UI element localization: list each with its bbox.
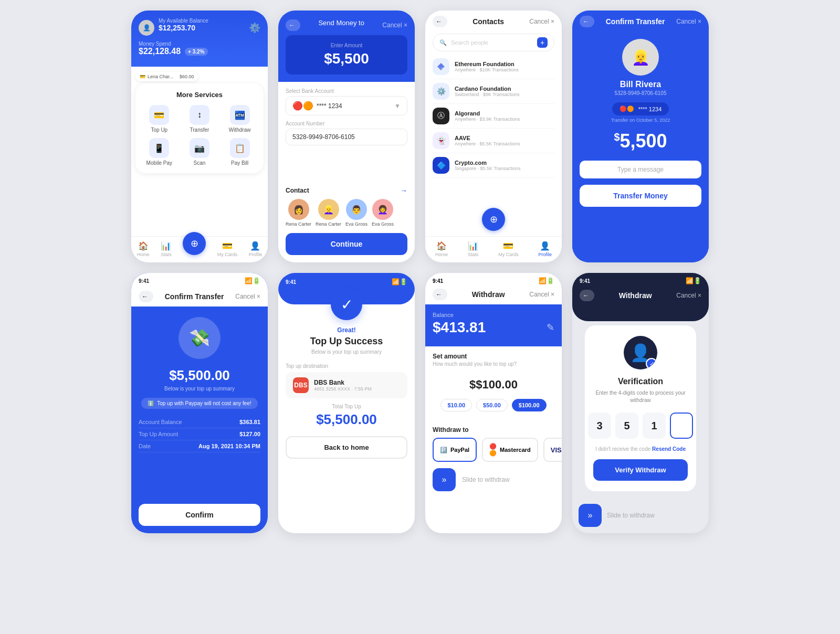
transfer-money-button[interactable]: Transfer Money [580,185,701,207]
status-time: 9:41 [580,278,590,284]
slide-withdraw-button[interactable]: » [433,468,456,491]
contact-arrow[interactable]: → [400,186,407,195]
nav-home[interactable]: 🏠Home [435,241,448,257]
code-digit-4[interactable]: | [670,413,693,439]
contact-aave[interactable]: 👻 AAVE Anywhere · $5.5K Transactions [433,129,554,153]
cancel-button[interactable]: Cancel × [529,291,554,298]
amount-presets: $10.00 $50.00 $100.00 [433,399,554,411]
confirm2-title: Confirm Transfer [165,292,224,301]
account-label: Account Number [286,121,407,126]
service-paybill[interactable]: 📋 Pay Bill [222,138,257,166]
nav-scan-center[interactable]: ⊕ [183,244,206,255]
cancel-button[interactable]: Cancel × [676,292,701,299]
preset-10[interactable]: $10.00 [440,399,472,411]
contact-algorand[interactable]: Ⓐ Algorand Anywhere · $3.9K Transactions [433,104,554,129]
edit-icon[interactable]: ✎ [547,322,554,333]
paybill-icon: 📋 [230,138,250,158]
service-topup[interactable]: 💳 Top Up [142,105,177,133]
code-digit-2[interactable]: 5 [615,413,638,439]
continue-button[interactable]: Continue [286,233,407,255]
visa-option[interactable]: VISA [543,438,562,462]
account-number-field: 5328-9949-8706-6105 [286,129,407,145]
nav-mycards[interactable]: 💳My Cards [498,241,519,257]
back-button[interactable]: ← [433,16,447,27]
cancel-button[interactable]: Cancel × [529,18,554,25]
enter-amount-label: Enter Amount [293,43,400,48]
dest-label: Top up destination [286,363,328,369]
mastercard-option[interactable]: 🔴🟠 Mastercard [482,438,538,462]
service-withdraw[interactable]: 🏧 Withdraw [222,105,257,133]
contact-2[interactable]: 👱‍♀️ Rena Carter [316,199,341,227]
paypal-option[interactable]: 🅿️ PayPal [433,438,477,462]
contacts-header: ← Contacts Cancel × [425,10,562,30]
contact-ethereum[interactable]: Ethereum Foundation Anywhere · $10K Tran… [433,55,554,79]
back-button[interactable]: ← [580,290,594,301]
recipient-avatar: 👱‍♀️ [622,39,659,76]
crypto-icon: 🔷 [433,157,449,174]
nav-profile[interactable]: 👤Profile [249,241,262,257]
home-icon: 🏠 [436,241,447,251]
service-transfer[interactable]: ↕️ Transfer [182,105,217,133]
service-mobilepay[interactable]: 📱 Mobile Pay [142,138,177,166]
service-scan[interactable]: 📷 Scan [182,138,217,166]
back-button[interactable]: ← [433,289,447,300]
more-services-title: More Services [142,91,257,99]
amount-display: Enter Amount $5,500 [286,35,407,75]
detail-account-balance: Account Balance $363.81 [139,416,260,428]
mastercard-icon: 🔴🟠 [489,443,497,457]
back-button[interactable]: ← [286,19,300,31]
slide-btn-row: » Slide to withdraw [425,468,562,499]
back-home-button[interactable]: Back to home [286,436,407,459]
bank-selector[interactable]: 🔴🟠 **** 1234 ▼ [286,96,407,115]
visa-icon: VISA [551,446,562,454]
withdraw-title: Withdraw [472,290,505,299]
cards-icon: 💳 [503,241,513,251]
search-bar[interactable]: 🔍 Search people + [433,34,554,51]
back-button[interactable]: ← [580,16,594,27]
set-amount-label: Set amount [433,353,554,360]
card-tag: 💳Lena Char... $60.00 [135,72,198,81]
withdraw-to-label: Withdraw to [425,426,562,434]
status-icons: 📶🔋 [245,277,260,284]
preset-100[interactable]: $100.00 [512,399,547,411]
confirm-button[interactable]: Confirm [139,504,260,526]
contact-1[interactable]: 👩 Rena Carter [286,199,311,227]
topup-icon: 💳 [149,105,169,125]
preset-50[interactable]: $50.00 [476,399,508,411]
code-digit-3[interactable]: 1 [643,413,666,439]
add-contact-button[interactable]: + [537,37,548,48]
nav-mycards[interactable]: 💳My Cards [217,241,238,257]
back-button[interactable]: ← [139,291,153,302]
message-field[interactable]: Type a message [580,161,701,178]
verify-button[interactable]: Verify Withdraw [593,459,688,481]
bank-pill: 🔴🟠 **** 1234 [612,102,669,115]
nav-home[interactable]: 🏠Home [137,241,150,257]
scan-float-button[interactable]: ⊕ [482,208,505,231]
resend-link[interactable]: Resend Code [652,446,686,452]
verify-slide-row: » Slide to withdraw [572,498,709,533]
transfer-icon: ↕️ [190,105,209,125]
withdraw-amount: $$100.00 [433,373,554,393]
contact-3[interactable]: 👨 Eva Gross [345,199,368,227]
card-send-money: ← Send Money to Cancel × Enter Amount $5… [278,10,415,262]
contact-cardano[interactable]: ⚙️ Cardano Foundation Switzerland · $9K … [433,79,554,104]
great-label: Great! [337,326,355,334]
verify-title: Verification [618,377,663,386]
nav-stats[interactable]: 📊Stats [468,241,479,257]
cancel-button[interactable]: Cancel × [235,293,260,300]
paybill-label: Pay Bill [231,160,248,166]
code-digit-1[interactable]: 3 [588,413,611,439]
success-checkmark: ✓ [331,289,362,320]
cancel-button[interactable]: Cancel × [382,22,407,29]
contact-avatars: 👩 Rena Carter 👱‍♀️ Rena Carter 👨 Eva Gro… [286,199,407,227]
contact-crypto[interactable]: 🔷 Crypto.com Singapore · $5.5K Transacti… [433,153,554,178]
center-scan-btn[interactable]: ⊕ [183,232,206,255]
cancel-button[interactable]: Cancel × [676,18,701,25]
balance-amount: $12,253.70 [159,24,208,38]
slide-withdraw-button[interactable]: » [579,504,602,527]
nav-stats[interactable]: 📊Stats [161,241,172,257]
contact-4[interactable]: 👩‍🦱 Eva Gross [372,199,394,227]
algorand-icon: Ⓐ [433,108,449,124]
row-1: 👤 My Available Balance $12,253.70 ⚙️ Mon… [10,10,830,262]
nav-profile[interactable]: 👤Profile [539,241,552,257]
